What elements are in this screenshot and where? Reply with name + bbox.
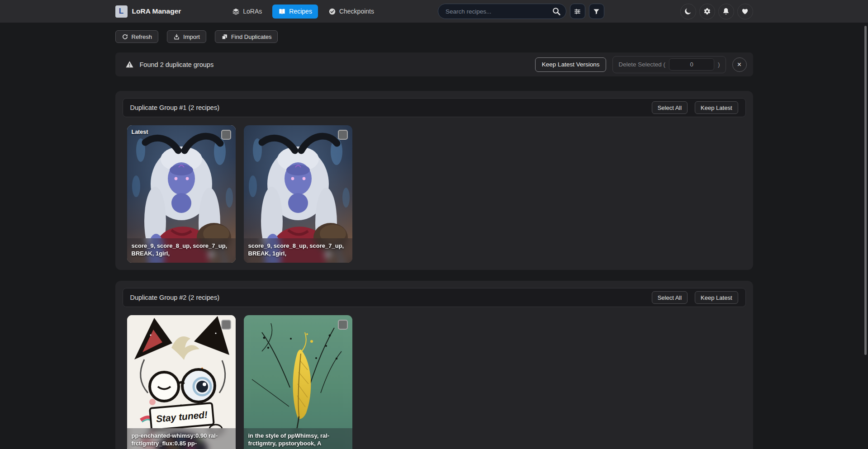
nav-icon-buttons [680, 4, 753, 19]
duplicate-group-panel-2: Duplicate Group #2 (2 recipes) Select Al… [115, 281, 753, 449]
selected-count-input[interactable] [669, 58, 714, 71]
moon-icon [684, 7, 692, 15]
layers-icon [232, 8, 240, 15]
copy-icon [221, 33, 228, 40]
group-1-keep-latest-button[interactable]: Keep Latest [695, 101, 738, 114]
refresh-label: Refresh [132, 33, 152, 40]
delete-selected-group: Delete Selected ( ) [612, 56, 726, 73]
recipe-caption: in the style of ppWhimsy, ral-frctlgmtry… [244, 428, 352, 449]
import-label: Import [183, 33, 200, 40]
search-input[interactable] [438, 4, 566, 19]
gear-icon [703, 7, 711, 15]
group-2-keep-latest-button[interactable]: Keep Latest [695, 291, 738, 304]
close-icon: × [737, 61, 741, 68]
toolbar: Refresh Import Find Duplicates [115, 30, 753, 43]
recipe-checkbox[interactable] [221, 130, 231, 140]
sort-options-button[interactable] [570, 4, 585, 19]
group-2-title: Duplicate Group #2 (2 recipes) [130, 294, 219, 301]
import-button[interactable]: Import [167, 30, 206, 43]
recipe-checkbox[interactable] [338, 130, 348, 140]
find-duplicates-button[interactable]: Find Duplicates [215, 30, 278, 43]
tab-loras[interactable]: LoRAs [226, 5, 268, 19]
import-icon [173, 33, 180, 40]
recipe-card[interactable]: Latest score_9, score_8_up, score_7_up, … [127, 125, 236, 263]
theme-toggle-button[interactable] [680, 4, 696, 19]
duplicates-banner: Found 2 duplicate groups Keep Latest Ver… [115, 52, 753, 76]
group-2-cards: Latest pp-enchanted-whimsy:0.90 ral-frct… [123, 315, 746, 449]
bell-icon [722, 7, 730, 15]
navbar: L LoRA Manager LoRAs Recipes Checkpoints [0, 0, 868, 23]
recipe-caption: pp-enchanted-whimsy:0.90 ral-frctlgmtry_… [127, 428, 236, 449]
settings-button[interactable] [699, 4, 715, 19]
find-duplicates-label: Find Duplicates [231, 33, 272, 40]
warning-icon [125, 60, 134, 69]
tab-recipes[interactable]: Recipes [272, 5, 318, 19]
notifications-button[interactable] [718, 4, 734, 19]
tab-checkpoints-label: Checkpoints [339, 8, 374, 15]
refresh-button[interactable]: Refresh [115, 30, 159, 43]
recipe-card[interactable]: Latest pp-enchanted-whimsy:0.90 ral-frct… [127, 315, 236, 449]
filter-button[interactable] [589, 4, 604, 19]
tab-recipes-label: Recipes [289, 8, 312, 15]
group-1-select-all-button[interactable]: Select All [652, 101, 688, 114]
funnel-icon [593, 8, 600, 15]
app-logo: L [115, 5, 128, 18]
recipe-checkbox[interactable] [221, 320, 231, 330]
recipe-caption: score_9, score_8_up, score_7_up, BREAK, … [244, 238, 352, 263]
recipe-card[interactable]: in the style of ppWhimsy, ral-frctlgmtry… [244, 315, 352, 449]
brand: L LoRA Manager [115, 5, 181, 18]
latest-badge: Latest [132, 129, 148, 135]
favorites-button[interactable] [737, 4, 753, 19]
group-1-cards: Latest score_9, score_8_up, score_7_up, … [123, 125, 746, 263]
close-banner-button[interactable]: × [732, 57, 747, 72]
group-2-select-all-button[interactable]: Select All [652, 291, 688, 304]
main-content: Refresh Import Find Duplicates Found 2 d… [115, 30, 753, 449]
group-1-title: Duplicate Group #1 (2 recipes) [130, 104, 219, 111]
heart-icon [741, 7, 749, 15]
banner-message: Found 2 duplicate groups [140, 61, 214, 68]
nav-tabs: LoRAs Recipes Checkpoints [226, 5, 380, 19]
search-icon[interactable] [552, 7, 561, 16]
sliders-icon [574, 8, 581, 15]
scrollbar-thumb[interactable] [864, 26, 867, 355]
keep-latest-versions-button[interactable]: Keep Latest Versions [535, 57, 607, 72]
app-title: LoRA Manager [132, 7, 181, 15]
refresh-icon [122, 33, 128, 40]
group-2-header: Duplicate Group #2 (2 recipes) Select Al… [123, 288, 746, 307]
tab-checkpoints[interactable]: Checkpoints [323, 5, 380, 19]
delete-selected-label: Delete Selected ( [618, 61, 665, 68]
search-area [438, 4, 604, 19]
check-circle-icon [328, 8, 336, 15]
delete-selected-label-suffix: ) [718, 61, 720, 68]
book-icon [278, 8, 286, 15]
duplicate-group-panel-1: Duplicate Group #1 (2 recipes) Select Al… [115, 91, 753, 270]
tab-loras-label: LoRAs [243, 8, 262, 15]
group-1-header: Duplicate Group #1 (2 recipes) Select Al… [123, 98, 746, 117]
recipe-caption: score_9, score_8_up, score_7_up, BREAK, … [127, 238, 236, 263]
recipe-card[interactable]: score_9, score_8_up, score_7_up, BREAK, … [244, 125, 352, 263]
recipe-checkbox[interactable] [338, 320, 348, 330]
